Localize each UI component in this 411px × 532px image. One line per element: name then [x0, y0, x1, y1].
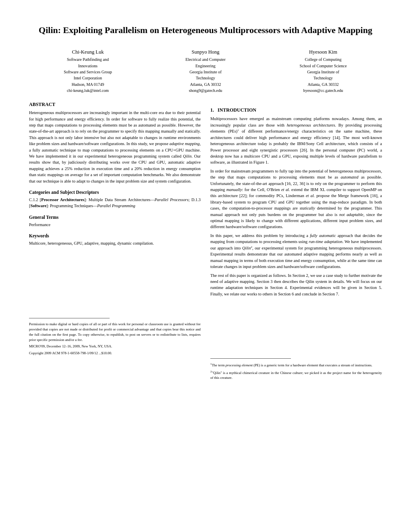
- footnote-copyright: Copyright 2009 ACM 978-1-60558-798-1/09/…: [29, 351, 201, 356]
- affil-line-2-4: Technology: [196, 76, 215, 80]
- intro-footnote-1: 1The term processing element (PE) is a g…: [210, 362, 382, 368]
- right-footnotes-area: 1The term processing element (PE) is a g…: [210, 313, 382, 380]
- author-email-1: chi-keung.luk@intel.com: [33, 87, 143, 94]
- keywords-heading: Keywords: [29, 233, 201, 238]
- intro-para-3: In this paper, we address this problem b…: [210, 233, 382, 270]
- categories-text: C.1.2 [Processor Architectures]: Multipl…: [29, 197, 201, 209]
- author-affiliation-1: Software Pathfinding and Innovations Sof…: [33, 56, 143, 87]
- author-name-2: Sunpyo Hong: [151, 48, 260, 56]
- author-name-1: Chi-Keung Luk: [33, 48, 143, 56]
- intro-para-1: Multiprocessors have emerged as mainstre…: [210, 116, 382, 166]
- paper-title: Qilin: Exploiting Parallelism on Heterog…: [29, 24, 382, 36]
- footnote-divider: [29, 318, 110, 318]
- author-name-3: Hyesoon Kim: [268, 48, 378, 56]
- keywords-text: Multicore, heterogeneous, GPU, adaptive,…: [29, 240, 201, 246]
- affil-line-2-5: Atlanta, GA 30332: [190, 82, 221, 87]
- affil-line-1-2: Innovations: [78, 64, 98, 68]
- affil-line-3-5: Atlanta, GA 30332: [307, 82, 338, 87]
- footnotes-area: Permission to make digital or hard copie…: [29, 249, 201, 356]
- author-email-2: shong9@gatech.edu: [151, 87, 260, 94]
- affil-line-3-3: Georgia Institute of: [307, 70, 339, 74]
- affil-line-1-3: Software and Services Group: [64, 70, 112, 74]
- affil-line-1-4: Intel Corporation: [74, 76, 102, 80]
- authors-row: Chi-Keung Luk Software Pathfinding and I…: [29, 48, 382, 94]
- affil-line-3-4: Technology: [313, 76, 333, 80]
- intro-para-4: The rest of this paper is organized as f…: [210, 272, 382, 297]
- general-terms-heading: General Terms: [29, 215, 201, 220]
- general-terms-text: Performance: [29, 222, 201, 228]
- abstract-text: Heterogeneous multiprocessors are increa…: [29, 110, 201, 184]
- author-email-3: hyesoon@cc.gatech.edu: [268, 87, 378, 94]
- footnote-conf: MICRO'09, December 12–16, 2009, New York…: [29, 344, 201, 349]
- affil-line-2-3: Georgia Institute of: [189, 70, 222, 74]
- author-col-1: Chi-Keung Luk Software Pathfinding and I…: [29, 48, 147, 94]
- abstract-heading: ABSTRACT: [29, 102, 201, 108]
- affil-line-3-1: College of Computing: [305, 57, 341, 62]
- right-column: 1. INTRODUCTION Multiprocessors have eme…: [210, 102, 382, 382]
- two-col-layout: ABSTRACT Heterogeneous multiprocessors a…: [29, 102, 382, 382]
- author-col-2: Sunpyo Hong Electrical and Computer Engi…: [147, 48, 264, 94]
- affil-line-2-1: Electrical and Computer: [185, 57, 226, 62]
- page: Qilin: Exploiting Parallelism on Heterog…: [0, 0, 411, 532]
- affil-line-1-1: Software Pathfinding and: [67, 57, 109, 62]
- right-footnote-divider: [210, 358, 291, 359]
- title-section: Qilin: Exploiting Parallelism on Heterog…: [29, 24, 382, 36]
- author-affiliation-3: College of Computing School of Computer …: [268, 56, 378, 87]
- author-col-3: Hyesoon Kim College of Computing School …: [264, 48, 382, 94]
- categories-heading: Categories and Subject Descriptors: [29, 190, 201, 195]
- footnote-permission: Permission to make digital or hard copie…: [29, 322, 201, 342]
- affil-line-1-5: Hudson, MA 01749: [72, 82, 104, 87]
- intro-para-2: In order for mainstream programmers to f…: [210, 168, 382, 230]
- affil-line-2-2: Engineering: [195, 64, 216, 68]
- author-affiliation-2: Electrical and Computer Engineering Geor…: [151, 56, 260, 87]
- left-column: ABSTRACT Heterogeneous multiprocessors a…: [29, 102, 201, 382]
- affil-line-3-2: School of Computer Science: [300, 64, 347, 68]
- intro-footnote-2: 2"Qilin" is a mythical chimerical creatu…: [210, 370, 382, 380]
- intro-heading-text: 1. INTRODUCTION: [210, 107, 256, 113]
- intro-heading: 1. INTRODUCTION: [210, 107, 382, 113]
